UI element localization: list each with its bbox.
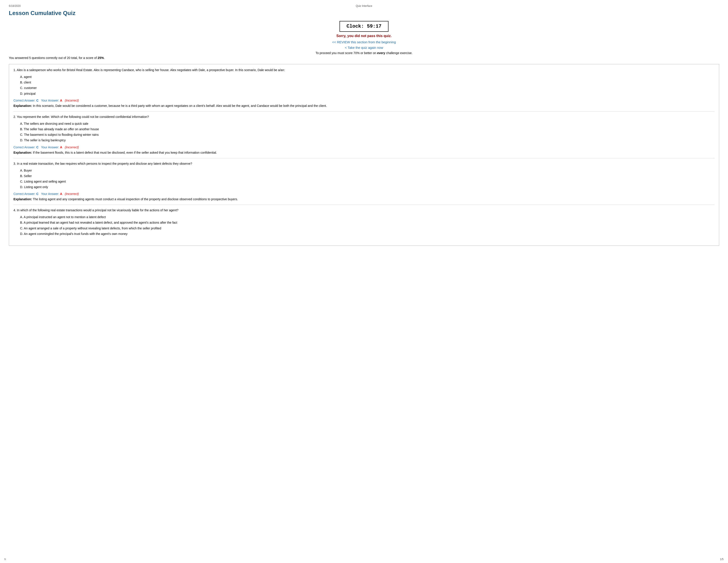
question-3-result: Correct Answer: C Your Answer: A (Incorr… <box>13 192 715 195</box>
q3-option-b: B. Seller <box>20 173 715 179</box>
proceed-text-every: every <box>377 51 385 55</box>
q1-option-b: B. client <box>20 80 715 85</box>
q4-option-b: B. A principal learned that an agent had… <box>20 220 715 225</box>
question-3-explanation: Explanation: The listing agent and any c… <box>13 197 715 201</box>
q3-option-c: C. Listing agent and selling agent <box>20 179 715 184</box>
retake-link[interactable]: < Take the quiz again now <box>345 46 383 49</box>
q3-option-d: D. Listing agent only <box>20 184 715 190</box>
clock-display: Clock: 59:17 <box>340 21 388 32</box>
question-2-result: Correct Answer: C Your Answer: A (Incorr… <box>13 145 715 149</box>
question-2: 2. You represent the seller. Which of th… <box>13 111 715 158</box>
review-link[interactable]: << REVIEW this section from the beginnin… <box>332 40 396 44</box>
proceed-text-suffix: challenge exercise. <box>385 51 413 55</box>
question-2-text: 2. You represent the seller. Which of th… <box>13 115 715 119</box>
question-2-explanation: Explanation: If the basement floods, thi… <box>13 150 715 155</box>
question-1-explanation: Explanation: In this scenario, Dale woul… <box>13 103 715 108</box>
question-1-options: A. agent B. client C. customer D. princi… <box>20 74 715 96</box>
q2-option-a: A. The sellers are divorcing and need a … <box>20 121 715 126</box>
page-title: Lesson Cumulative Quiz <box>9 10 719 17</box>
score-text: You answered 5 questions correctly out o… <box>9 56 719 60</box>
question-2-options: A. The sellers are divorcing and need a … <box>20 121 715 143</box>
fail-message: Sorry, you did not pass this quiz. <box>336 34 392 38</box>
question-1-result: Correct Answer: C Your Answer: A (Incorr… <box>13 99 715 102</box>
q1-option-a: A. agent <box>20 74 715 80</box>
q2-option-c: C. The basement is subject to flooding d… <box>20 132 715 137</box>
q2-option-b: B. The seller has already made an offer … <box>20 126 715 132</box>
question-4-options: A. A principal instructed an agent not t… <box>20 214 715 237</box>
quiz-container: 1. Alex is a salesperson who works for B… <box>9 64 719 246</box>
q1-option-d: D. principal <box>20 91 715 96</box>
question-3-options: A. Buyer B. Seller C. Listing agent and … <box>20 168 715 190</box>
question-1-text: 1. Alex is a salesperson who works for B… <box>13 68 715 72</box>
question-4-text: 4. In which of the following real estate… <box>13 208 715 212</box>
q2-option-d: D. The seller is facing bankruptcy <box>20 137 715 143</box>
q3-option-a: A. Buyer <box>20 168 715 173</box>
question-4: 4. In which of the following real estate… <box>13 205 715 242</box>
q4-option-c: C. An agent arranged a sale of a propert… <box>20 226 715 231</box>
question-3-text: 3. In a real estate transaction, the law… <box>13 161 715 166</box>
q4-option-d: D. An agent commingled the principal's t… <box>20 231 715 237</box>
page-header-title: Quiz Interface <box>356 4 372 8</box>
question-1: 1. Alex is a salesperson who works for B… <box>13 68 715 111</box>
proceed-text-prefix: To proceed you must score 70% or better … <box>315 51 377 55</box>
q1-option-c: C. customer <box>20 85 715 91</box>
question-3: 3. In a real estate transaction, the law… <box>13 158 715 205</box>
q4-option-a: A. A principal instructed an agent not t… <box>20 214 715 220</box>
